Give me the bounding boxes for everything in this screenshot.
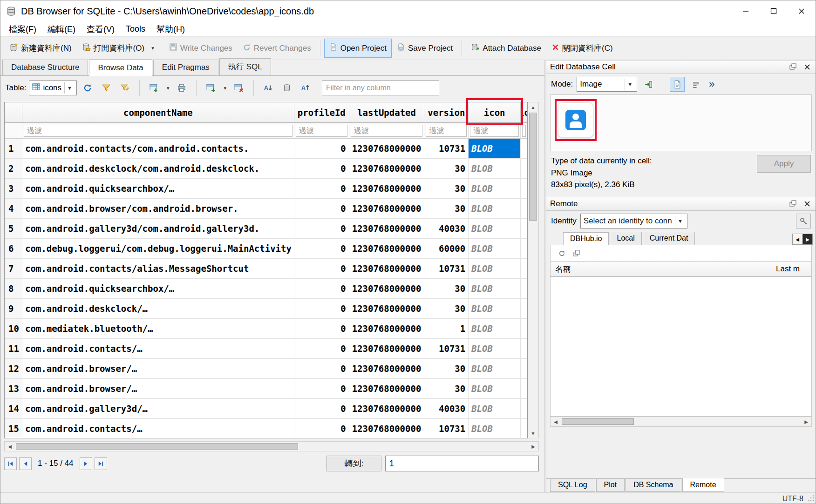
- previous-record-button[interactable]: [19, 457, 32, 470]
- insert-record-button[interactable]: [203, 80, 219, 96]
- cell-componentname[interactable]: com.android.gallery3d/com.android.galler…: [22, 219, 294, 238]
- row-number[interactable]: 2: [5, 159, 22, 178]
- tab-edit-pragmas[interactable]: Edit Pragmas: [153, 60, 218, 75]
- cell-componentname[interactable]: com.android.deskclock/com.android.deskcl…: [22, 159, 294, 178]
- row-number[interactable]: 7: [5, 259, 22, 278]
- cell-version[interactable]: 30: [424, 159, 469, 178]
- cell-icon-blob[interactable]: BLOB: [469, 139, 521, 158]
- cell-version[interactable]: 30: [424, 279, 469, 298]
- insert-record-dropdown-icon[interactable]: ▾: [222, 85, 228, 91]
- cell-version[interactable]: 40030: [424, 219, 469, 238]
- cell-lastupdated[interactable]: 1230768000000: [349, 359, 425, 378]
- cell-version[interactable]: 30: [424, 299, 469, 318]
- apply-button[interactable]: Apply: [757, 155, 811, 173]
- filter-input-version[interactable]: 過濾: [426, 125, 467, 137]
- row-number[interactable]: 9: [5, 299, 22, 318]
- cell-clipped[interactable]: [521, 139, 527, 158]
- cell-version[interactable]: 40030: [424, 399, 469, 418]
- cell-componentname[interactable]: com.android.contacts/…: [22, 419, 294, 438]
- cell-componentname[interactable]: com.android.quicksearchbox/…: [22, 179, 294, 198]
- row-number[interactable]: 15: [5, 419, 22, 438]
- row-number[interactable]: 5: [5, 219, 22, 238]
- cell-profileid[interactable]: 0: [294, 419, 349, 438]
- cell-componentname[interactable]: com.android.contacts/com.android.contact…: [22, 139, 294, 158]
- cell-lastupdated[interactable]: 1230768000000: [349, 379, 425, 398]
- cell-profileid[interactable]: 0: [294, 359, 349, 378]
- open-project-button[interactable]: Open Project: [324, 39, 392, 58]
- cell-clipped[interactable]: [521, 159, 527, 178]
- remote-scrollbar-thumb[interactable]: [562, 418, 634, 425]
- column-header-lastupdated[interactable]: lastUpdated: [349, 102, 425, 122]
- print-button[interactable]: [174, 80, 190, 96]
- cell-componentname[interactable]: com.android.deskclock/…: [22, 299, 294, 318]
- scroll-up-icon[interactable]: ▲: [528, 102, 538, 112]
- cell-profileid[interactable]: 0: [294, 199, 349, 218]
- remote-clone-icon[interactable]: [572, 249, 581, 258]
- cell-version[interactable]: 10731: [424, 259, 469, 278]
- scroll-right-icon[interactable]: ▶: [528, 442, 538, 451]
- resize-grip[interactable]: [808, 495, 815, 504]
- cell-icon-blob[interactable]: BLOB: [469, 219, 521, 238]
- save-project-button[interactable]: Save Project: [392, 39, 458, 58]
- cell-clipped[interactable]: [521, 419, 527, 438]
- cell-profileid[interactable]: 0: [294, 379, 349, 398]
- horizontal-scrollbar[interactable]: ◀ ▶: [4, 441, 539, 451]
- scroll-left-icon[interactable]: ◀: [551, 417, 561, 426]
- clear-filters-button[interactable]: [98, 80, 114, 96]
- cell-profileid[interactable]: 0: [294, 399, 349, 418]
- row-number[interactable]: 13: [5, 379, 22, 398]
- close-button[interactable]: [788, 0, 816, 22]
- save-results-button[interactable]: [146, 80, 162, 96]
- tab-scroll-right-icon[interactable]: ▶: [802, 234, 813, 245]
- filter-input-profileid[interactable]: 過濾: [296, 125, 347, 137]
- cell-icon-blob[interactable]: BLOB: [469, 279, 521, 298]
- cell-icon-blob[interactable]: BLOB: [469, 399, 521, 418]
- encoding-button[interactable]: [279, 80, 295, 96]
- cell-clipped[interactable]: [521, 279, 527, 298]
- cell-icon-blob[interactable]: BLOB: [469, 299, 521, 318]
- delete-record-button[interactable]: [231, 80, 247, 96]
- cell-componentname[interactable]: com.android.browser/…: [22, 359, 294, 378]
- revert-changes-button[interactable]: Revert Changes: [238, 39, 316, 58]
- filter-input-lastupdated[interactable]: 過濾: [351, 125, 423, 137]
- tab-browse-data[interactable]: Browse Data: [89, 59, 152, 76]
- cell-componentname[interactable]: com.android.contacts/alias.MessageShortc…: [22, 259, 294, 278]
- tab-sql-log[interactable]: SQL Log: [550, 479, 595, 492]
- last-record-button[interactable]: [95, 457, 107, 470]
- first-record-button[interactable]: [4, 457, 17, 470]
- minimize-button[interactable]: [732, 0, 760, 22]
- cell-version[interactable]: 30: [424, 379, 469, 398]
- sort-desc-button[interactable]: A: [298, 80, 313, 96]
- menu-edit[interactable]: 編輯(E): [42, 22, 81, 37]
- overflow-menu-icon[interactable]: »: [709, 78, 714, 90]
- vertical-scrollbar-thumb[interactable]: [529, 113, 537, 221]
- open-database-dropdown-icon[interactable]: ▾: [150, 45, 156, 51]
- remote-column-last-modified[interactable]: Last m: [771, 262, 811, 276]
- filter-any-column-input[interactable]: [322, 81, 439, 95]
- cell-lastupdated[interactable]: 1230768000000: [349, 319, 425, 338]
- tab-dbhub[interactable]: DBHub.io: [563, 232, 609, 245]
- load-identity-button[interactable]: [796, 214, 811, 228]
- cell-lastupdated[interactable]: 1230768000000: [349, 239, 425, 258]
- cell-clipped[interactable]: [521, 319, 527, 338]
- cell-clipped[interactable]: [521, 239, 527, 258]
- cell-lastupdated[interactable]: 1230768000000: [349, 179, 425, 198]
- cell-icon-blob[interactable]: BLOB: [469, 159, 521, 178]
- cell-profileid[interactable]: 0: [294, 339, 349, 358]
- cell-componentname[interactable]: com.android.gallery3d/…: [22, 399, 294, 418]
- cell-clipped[interactable]: [521, 359, 527, 378]
- scroll-left-icon[interactable]: ◀: [5, 442, 15, 451]
- write-changes-button[interactable]: Write Changes: [164, 39, 238, 58]
- cell-icon-blob[interactable]: BLOB: [469, 259, 521, 278]
- tab-database-structure[interactable]: Database Structure: [2, 60, 88, 75]
- cell-lastupdated[interactable]: 1230768000000: [349, 199, 425, 218]
- goto-record-input[interactable]: [385, 456, 539, 471]
- cell-version[interactable]: 10731: [424, 339, 469, 358]
- cell-profileid[interactable]: 0: [294, 179, 349, 198]
- cell-componentname[interactable]: com.android.contacts/…: [22, 339, 294, 358]
- remote-file-list[interactable]: [550, 277, 812, 417]
- cell-profileid[interactable]: 0: [294, 299, 349, 318]
- cell-profileid[interactable]: 0: [294, 159, 349, 178]
- import-data-button[interactable]: [641, 77, 656, 92]
- cell-lastupdated[interactable]: 1230768000000: [349, 159, 425, 178]
